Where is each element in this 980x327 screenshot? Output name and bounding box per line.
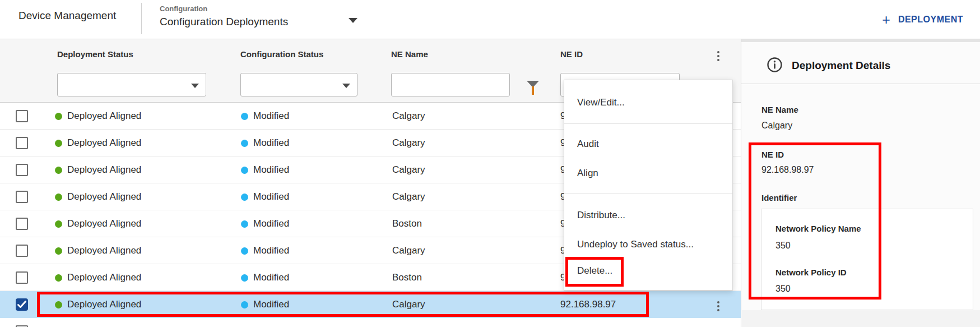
menu-item-audit[interactable]: Audit <box>577 138 599 150</box>
ne-name-filter-input[interactable] <box>391 73 510 96</box>
row-checkbox[interactable] <box>16 271 28 284</box>
menu-separator <box>564 193 732 194</box>
chevron-down-icon <box>342 84 350 88</box>
row-checkbox[interactable] <box>16 137 28 149</box>
column-header-ne-id[interactable]: NE ID <box>560 49 583 59</box>
ne-id-label: NE ID <box>761 150 784 159</box>
status-dot-green <box>55 220 62 228</box>
page-title: Device Management <box>18 10 116 22</box>
info-icon <box>767 57 782 75</box>
filter-funnel-icon[interactable] <box>527 81 539 95</box>
chevron-down-icon <box>191 84 199 88</box>
table-options-kebab-icon[interactable] <box>715 49 722 63</box>
view-selector-group-label: Configuration <box>160 4 207 13</box>
row-checkbox-checked[interactable] <box>16 298 28 311</box>
deployment-status: Deployed Aligned <box>67 110 141 122</box>
deployment-status: Deployed Aligned <box>67 191 141 202</box>
deployment-status: Deployed Aligned <box>67 245 141 256</box>
ne-name: Boston <box>392 210 422 237</box>
configuration-status-filter-dropdown[interactable] <box>240 73 357 96</box>
configuration-status: Modified <box>253 137 289 149</box>
ne-name: Calgary <box>392 291 425 318</box>
menu-item-align[interactable]: Align <box>577 167 598 179</box>
configuration-status: Modified <box>253 191 289 202</box>
add-deployment-button[interactable]: + DEPLOYMENT <box>882 0 963 39</box>
row-checkbox[interactable] <box>16 110 28 122</box>
network-policy-name-value: 350 <box>775 241 791 251</box>
configuration-status: Modified <box>253 164 289 176</box>
column-header-ne-name[interactable]: NE Name <box>391 49 428 59</box>
ne-name: Calgary <box>392 237 425 264</box>
menu-item-view-edit[interactable]: View/Edit... <box>577 96 625 109</box>
deployment-status: Deployed Aligned <box>67 137 141 149</box>
deployment-status: Deployed Aligned <box>67 218 141 229</box>
deployment-details-panel: Deployment Details NE Name Calgary NE ID… <box>741 39 980 327</box>
menu-separator <box>564 123 732 124</box>
column-header-configuration-status[interactable]: Configuration Status <box>240 49 323 59</box>
checkmark-icon <box>17 301 26 308</box>
add-deployment-label: DEPLOYMENT <box>898 15 963 25</box>
row-checkbox[interactable] <box>16 245 28 257</box>
panel-footer-area <box>742 310 980 327</box>
ne-id: 92.168.98.97 <box>560 291 616 318</box>
table-row-selected[interactable]: Deployed Aligned Modified Calgary 92.168… <box>0 291 741 318</box>
column-header-deployment-status[interactable]: Deployment Status <box>57 49 133 59</box>
title-divider <box>141 3 142 34</box>
row-options-kebab-icon[interactable] <box>715 299 722 314</box>
plus-icon: + <box>882 13 890 27</box>
status-dot-cyan <box>241 194 248 201</box>
status-dot-cyan <box>241 113 248 120</box>
configuration-status: Modified <box>253 110 289 122</box>
network-policy-id-label: Network Policy ID <box>775 268 847 277</box>
configuration-status: Modified <box>253 218 289 229</box>
status-dot-green <box>55 247 62 255</box>
panel-top-strip <box>741 39 980 42</box>
status-dot-cyan <box>241 140 248 147</box>
network-policy-name-label: Network Policy Name <box>775 224 861 233</box>
view-selector-caret-icon[interactable] <box>349 18 357 23</box>
view-selector-value[interactable]: Configuration Deployments <box>160 16 288 28</box>
status-dot-green <box>55 301 62 308</box>
configuration-status: Modified <box>253 272 289 283</box>
app-root: Device Management Configuration Configur… <box>0 0 980 327</box>
menu-item-undeploy[interactable]: Undeploy to Saved status... <box>577 238 694 251</box>
status-dot-cyan <box>241 167 248 174</box>
top-bar: Device Management Configuration Configur… <box>0 0 980 39</box>
status-dot-green <box>55 274 62 282</box>
ne-name-value: Calgary <box>761 121 792 131</box>
row-checkbox[interactable] <box>16 218 28 230</box>
status-dot-green <box>55 194 62 201</box>
deployment-status: Deployed Aligned <box>67 272 141 283</box>
ne-name: Calgary <box>392 103 425 130</box>
panel-title: Deployment Details <box>792 59 890 72</box>
identifier-card: Network Policy Name 350 Network Policy I… <box>761 209 973 310</box>
ne-name: Calgary <box>392 183 425 210</box>
status-dot-cyan <box>241 274 248 282</box>
table-row-partial[interactable]: Deployed Aligned Modified <box>0 318 741 327</box>
status-dot-cyan <box>241 247 248 255</box>
status-dot-green <box>55 113 62 120</box>
row-context-menu: View/Edit... Audit Align Distribute... U… <box>564 80 733 291</box>
deployment-status: Deployed Aligned <box>67 164 141 176</box>
identifier-label: Identifier <box>761 193 797 202</box>
row-checkbox[interactable] <box>16 191 28 203</box>
ne-name: Calgary <box>392 156 425 183</box>
ne-name: Boston <box>392 264 422 291</box>
ne-name-label: NE Name <box>761 105 798 114</box>
configuration-status: Modified <box>253 245 289 256</box>
deployment-status: Deployed Aligned <box>67 299 141 310</box>
status-dot-green <box>55 167 62 174</box>
network-policy-id-value: 350 <box>775 284 791 294</box>
ne-id-value: 92.168.98.97 <box>761 165 814 175</box>
configuration-status: Modified <box>253 299 289 310</box>
row-checkbox[interactable] <box>16 164 28 176</box>
ne-name: Calgary <box>392 130 425 156</box>
deployment-status-filter-dropdown[interactable] <box>57 73 206 96</box>
menu-item-delete[interactable]: Delete... <box>577 265 612 277</box>
status-dot-cyan <box>241 220 248 228</box>
menu-item-distribute[interactable]: Distribute... <box>577 209 625 222</box>
status-dot-green <box>55 140 62 147</box>
panel-separator <box>741 84 980 84</box>
status-dot-cyan <box>241 301 248 308</box>
